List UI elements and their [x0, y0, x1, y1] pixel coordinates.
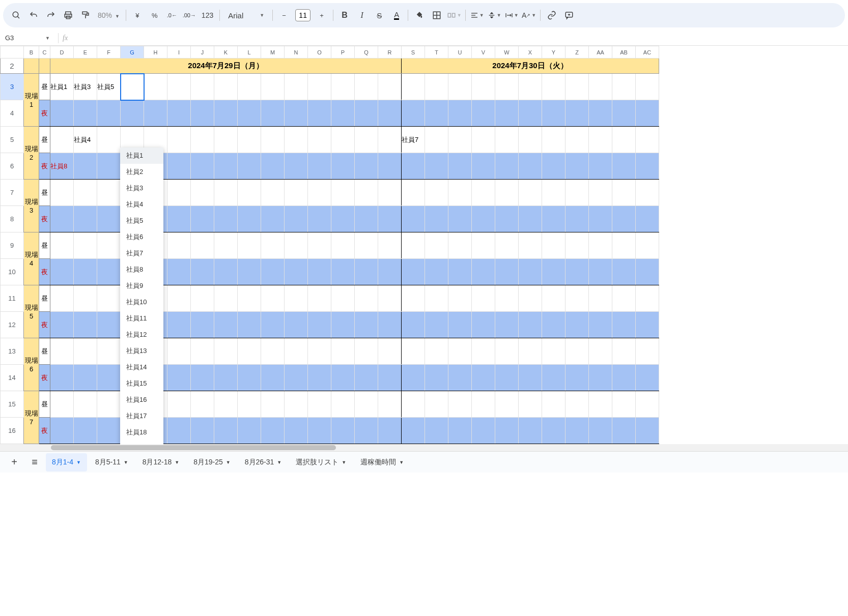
increase-decimal-button[interactable]: .00→ — [181, 7, 197, 23]
dropdown-item[interactable]: 社員19 — [120, 441, 163, 444]
add-sheet-button[interactable]: + — [5, 453, 23, 472]
table-row[interactable]: 5 現場2 昼 社員4 社員7 — [1, 127, 659, 153]
dropdown-item[interactable]: 社員2 — [120, 164, 163, 180]
comment-icon[interactable] — [561, 7, 577, 23]
table-row[interactable]: 9現場4昼 — [1, 232, 659, 259]
sheet-tab[interactable]: 8月1-4▼ — [46, 453, 87, 472]
link-icon[interactable] — [544, 7, 560, 23]
print-icon[interactable] — [60, 7, 76, 23]
row-header: 14 — [1, 365, 24, 391]
dropdown-item[interactable]: 社員4 — [120, 196, 163, 213]
column-headers[interactable]: B C D E F G H I J K L M N O P Q R S T U … — [1, 46, 659, 58]
font-size-input[interactable] — [295, 9, 310, 21]
dropdown-item[interactable]: 社員11 — [120, 310, 163, 327]
shift-label: 夜 — [39, 100, 50, 127]
wrap-button[interactable]: ▼ — [503, 7, 520, 23]
sheet-tab[interactable]: 選択肢リスト▼ — [290, 453, 352, 472]
decrease-decimal-button[interactable]: .0← — [164, 7, 180, 23]
merge-button[interactable]: ▼ — [446, 7, 462, 23]
site-label: 現場7 — [24, 391, 39, 444]
more-formats-button[interactable]: 123 — [199, 11, 216, 19]
row-header: 3 — [1, 74, 24, 100]
dropdown-item[interactable]: 社員17 — [120, 408, 163, 424]
site-label: 現場4 — [24, 232, 39, 285]
currency-button[interactable]: ¥ — [129, 7, 146, 23]
sheet-tab[interactable]: 8月5-11▼ — [89, 453, 134, 472]
table-row[interactable]: 4 夜 — [1, 100, 659, 127]
data-validation-dropdown[interactable]: 社員1社員2社員3社員4社員5社員6社員7社員8社員9社員10社員11社員12社… — [120, 148, 163, 444]
font-size-decrease[interactable]: − — [276, 7, 292, 23]
percent-button[interactable]: % — [147, 7, 163, 23]
dropdown-item[interactable]: 社員1 — [120, 148, 163, 164]
borders-button[interactable] — [429, 7, 445, 23]
fill-color-button[interactable] — [411, 7, 428, 23]
date-header: 2024年7月29日（月） — [50, 58, 402, 74]
dropdown-item[interactable]: 社員14 — [120, 359, 163, 375]
strike-button[interactable]: S — [371, 7, 387, 23]
row-header: 9 — [1, 232, 24, 259]
sheet-tab[interactable]: 週稼働時間▼ — [354, 453, 410, 472]
search-icon[interactable] — [8, 7, 24, 23]
halign-button[interactable]: ▼ — [469, 7, 485, 23]
col-header: T — [425, 46, 448, 58]
dropdown-item[interactable]: 社員15 — [120, 375, 163, 392]
col-header: L — [238, 46, 261, 58]
table-row[interactable]: 15現場7昼 — [1, 391, 659, 418]
all-sheets-button[interactable]: ≡ — [25, 453, 44, 472]
svg-rect-5 — [82, 12, 87, 14]
sheet-tab[interactable]: 8月19-25▼ — [187, 453, 237, 472]
svg-rect-10 — [452, 13, 455, 17]
sheet-tabs-bar: + ≡ 8月1-4▼8月5-11▼8月12-18▼8月19-25▼8月26-31… — [0, 451, 848, 473]
dropdown-item[interactable]: 社員8 — [120, 261, 163, 278]
col-header: J — [191, 46, 214, 58]
cell: 社員4 — [74, 127, 97, 153]
col-header: W — [495, 46, 519, 58]
undo-icon[interactable] — [25, 7, 42, 23]
bold-button[interactable]: B — [336, 7, 353, 23]
dropdown-item[interactable]: 社員9 — [120, 278, 163, 294]
dropdown-item[interactable]: 社員16 — [120, 392, 163, 408]
cell: 社員5 — [97, 74, 121, 100]
dropdown-item[interactable]: 社員13 — [120, 343, 163, 359]
font-select[interactable]: Arial▼ — [223, 11, 269, 20]
valign-button[interactable]: ▼ — [486, 7, 502, 23]
dropdown-item[interactable]: 社員7 — [120, 245, 163, 261]
zoom-select[interactable]: 80% ▼ — [95, 11, 123, 19]
table-row[interactable]: 10夜 — [1, 259, 659, 285]
table-row[interactable]: 16夜 — [1, 418, 659, 444]
dropdown-item[interactable]: 社員5 — [120, 213, 163, 229]
redo-icon[interactable] — [43, 7, 59, 23]
table-row[interactable]: 7現場3昼 — [1, 180, 659, 206]
spreadsheet-grid[interactable]: B C D E F G H I J K L M N O P Q R S T U … — [0, 46, 659, 444]
svg-rect-9 — [448, 13, 450, 17]
col-header: D — [50, 46, 74, 58]
sheet-tab[interactable]: 8月26-31▼ — [239, 453, 288, 472]
table-row[interactable]: 3 現場1 昼 社員1 社員3 社員5 — [1, 74, 659, 100]
date-header-row[interactable]: 2 2024年7月29日（月） 2024年7月30日（火） — [1, 58, 659, 74]
italic-button[interactable]: I — [354, 7, 370, 23]
table-row[interactable]: 8夜 — [1, 206, 659, 232]
table-row[interactable]: 12夜 — [1, 312, 659, 338]
col-header: Z — [566, 46, 589, 58]
font-size-control: − + — [276, 7, 330, 23]
col-header: G — [121, 46, 144, 58]
table-row[interactable]: 11現場5昼 — [1, 285, 659, 312]
fx-icon: fx — [63, 34, 68, 42]
dropdown-item[interactable]: 社員12 — [120, 327, 163, 343]
paint-format-icon[interactable] — [77, 7, 94, 23]
name-box[interactable]: G3▼ — [5, 34, 54, 42]
shift-label: 昼 — [39, 232, 50, 259]
table-row[interactable]: 13現場6昼 — [1, 338, 659, 365]
horizontal-scrollbar[interactable] — [0, 444, 848, 451]
dropdown-item[interactable]: 社員6 — [120, 229, 163, 245]
dropdown-item[interactable]: 社員10 — [120, 294, 163, 310]
font-size-increase[interactable]: + — [314, 7, 330, 23]
sheet-tab[interactable]: 8月12-18▼ — [136, 453, 186, 472]
table-row[interactable]: 6 夜 社員8 — [1, 153, 659, 180]
table-row[interactable]: 14夜 — [1, 365, 659, 391]
text-color-button[interactable]: A — [388, 7, 405, 23]
dropdown-item[interactable]: 社員18 — [120, 424, 163, 441]
dropdown-item[interactable]: 社員3 — [120, 180, 163, 196]
rotate-button[interactable]: A↗▼ — [521, 7, 537, 23]
select-all-corner[interactable] — [1, 46, 24, 58]
